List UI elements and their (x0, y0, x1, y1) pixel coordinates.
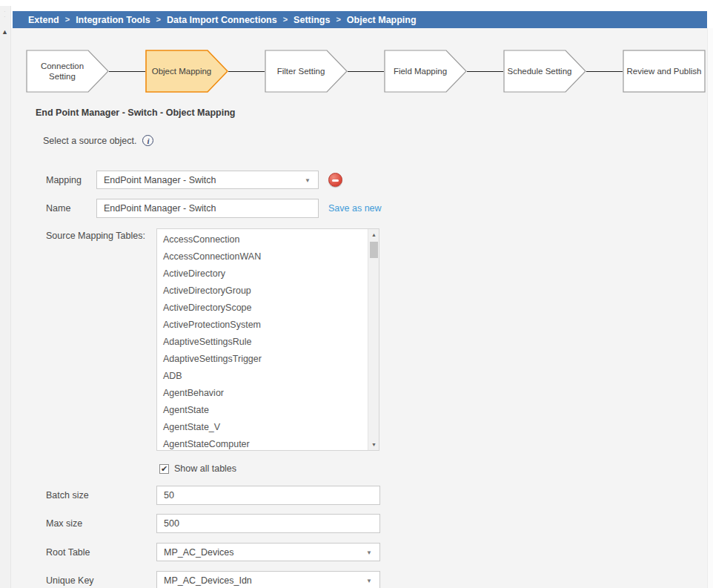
step-label: Review and Publish (625, 50, 703, 93)
step-connector (467, 71, 503, 72)
breadcrumb-item-settings[interactable]: Settings (294, 15, 330, 25)
remove-mapping-button[interactable] (328, 173, 342, 187)
instruction-text: Select a source object. (43, 136, 136, 146)
app-window: ·· ▲ Extend > Integration Tools > Data I… (0, 0, 713, 588)
splitter-grip: ·· (4, 9, 6, 19)
step-filter-setting[interactable]: Filter Setting (265, 50, 348, 93)
mapping-dropdown-value: EndPoint Manager - Switch (104, 175, 216, 185)
step-connector (228, 71, 265, 72)
list-item[interactable]: AgentState_V (157, 419, 368, 436)
step-label: Filter Setting (267, 50, 335, 93)
max-size-value: 500 (164, 518, 179, 529)
list-item[interactable]: AdaptiveSettingsRule (157, 334, 368, 351)
breadcrumb-separator-icon: > (336, 15, 340, 24)
list-item[interactable]: ActiveProtectionSystem (157, 317, 368, 334)
source-mapping-tables-label: Source Mapping Tables: (46, 231, 145, 241)
list-item[interactable]: AdaptiveSettingsTrigger (157, 351, 368, 368)
step-connector (586, 71, 623, 72)
unique-key-value: MP_AC_Devices_Idn (164, 575, 252, 586)
breadcrumb-item-object-mapping[interactable]: Object Mapping (347, 15, 417, 25)
step-connection-setting[interactable]: Connection Setting (26, 50, 109, 93)
list-item[interactable]: ActiveDirectory (157, 265, 368, 283)
page-scrollbar[interactable] (707, 28, 713, 588)
breadcrumb-separator-icon: > (283, 15, 288, 24)
breadcrumb-separator-icon: > (65, 15, 70, 24)
chevron-down-icon: ▼ (366, 577, 372, 584)
step-schedule-setting[interactable]: Schedule Setting (503, 50, 586, 93)
step-object-mapping-active[interactable]: Object Mapping (145, 50, 228, 93)
step-label: Field Mapping (386, 50, 454, 93)
breadcrumb: Extend > Integration Tools > Data Import… (13, 11, 707, 28)
minus-icon (332, 179, 339, 182)
breadcrumb-separator-icon: > (156, 15, 161, 24)
mapping-label: Mapping (46, 175, 82, 185)
breadcrumb-item-extend[interactable]: Extend (28, 15, 59, 25)
show-all-tables-label: Show all tables (174, 463, 236, 474)
show-all-tables-checkbox[interactable]: ✔ (159, 464, 169, 474)
root-table-value: MP_AC_Devices (164, 547, 233, 558)
breadcrumb-item-data-import-connections[interactable]: Data Import Connections (167, 15, 277, 25)
chevron-down-icon: ▼ (366, 549, 372, 555)
instruction-row: Select a source object. i (43, 135, 153, 146)
batch-size-label: Batch size (46, 490, 89, 501)
root-table-dropdown[interactable]: MP_AC_Devices ▼ (156, 543, 380, 561)
unique-key-label: Unique Key (46, 575, 94, 586)
list-item[interactable]: AgentState (157, 402, 368, 419)
step-label: Schedule Setting (505, 50, 574, 93)
mapping-dropdown[interactable]: EndPoint Manager - Switch ▼ (96, 171, 319, 189)
save-as-new-link[interactable]: Save as new (328, 203, 382, 214)
name-input[interactable]: EndPoint Manager - Switch (96, 199, 319, 218)
show-all-tables-row[interactable]: ✔ Show all tables (159, 463, 236, 474)
listbox-scrollbar[interactable]: ▲ ▼ (368, 229, 379, 450)
root-table-label: Root Table (46, 547, 90, 558)
workflow-stepper: Connection Setting Object Mapping Filter… (26, 50, 706, 93)
batch-size-value: 50 (164, 490, 174, 501)
scroll-up-icon[interactable]: ▲ (368, 229, 379, 240)
chevron-down-icon: ▼ (305, 176, 311, 183)
max-size-input[interactable]: 500 (156, 514, 380, 533)
step-review-and-publish[interactable]: Review and Publish (623, 50, 706, 93)
unique-key-dropdown[interactable]: MP_AC_Devices_Idn ▼ (156, 571, 380, 588)
max-size-label: Max size (46, 518, 82, 529)
source-tables-list: AccessConnection AccessConnectionWAN Act… (157, 231, 368, 450)
step-label: Object Mapping (147, 50, 216, 93)
scrollbar-thumb[interactable] (370, 242, 378, 258)
breadcrumb-item-integration-tools[interactable]: Integration Tools (76, 15, 150, 25)
list-item[interactable]: AgentStateComputer (157, 436, 368, 450)
list-item[interactable]: ActiveDirectoryScope (157, 300, 368, 317)
info-icon[interactable]: i (142, 135, 153, 146)
source-tables-listbox[interactable]: AccessConnection AccessConnectionWAN Act… (156, 228, 379, 451)
check-icon: ✔ (161, 465, 168, 473)
step-label: Connection Setting (28, 50, 96, 93)
left-splitter-rail[interactable]: ·· ▲ (0, 6, 11, 588)
list-item[interactable]: ADB (157, 368, 368, 385)
name-label: Name (46, 203, 70, 214)
list-item[interactable]: AgentBehavior (157, 385, 368, 402)
scroll-down-icon[interactable]: ▼ (368, 439, 379, 450)
collapse-up-icon[interactable]: ▲ (1, 28, 8, 36)
step-connector (348, 71, 384, 72)
page-title: End Point Manager - Switch - Object Mapp… (36, 108, 235, 118)
batch-size-input[interactable]: 50 (156, 486, 380, 505)
list-item[interactable]: AccessConnection (157, 231, 368, 248)
step-field-mapping[interactable]: Field Mapping (384, 50, 467, 93)
step-connector (109, 71, 145, 72)
list-item[interactable]: ActiveDirectoryGroup (157, 283, 368, 300)
list-item[interactable]: AccessConnectionWAN (157, 248, 368, 265)
name-input-value: EndPoint Manager - Switch (104, 203, 216, 214)
